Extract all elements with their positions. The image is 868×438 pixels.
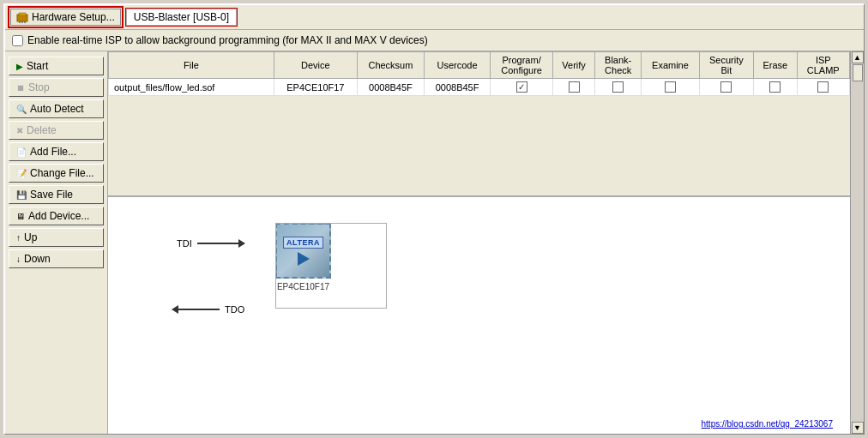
hardware-setup-button[interactable]: Hardware Setup... [10,9,121,26]
delete-icon: ✖ [16,126,23,135]
content-area: ▶ Start ⏹ Stop 🔍 Auto Detect ✖ Delete 📄 … [5,51,864,434]
col-erase: Erase [754,52,797,79]
col-program: Program/Configure [490,52,552,79]
tdi-arrow [197,243,240,244]
cell-examine[interactable] [642,79,699,96]
program-table: File Device Checksum Usercode Program/Co… [108,51,850,96]
change-file-icon: 📝 [16,169,27,178]
scroll-thumb[interactable] [853,64,863,81]
save-file-icon: 💾 [16,190,27,200]
col-usercode: Usercode [425,52,491,79]
cell-erase[interactable] [754,79,797,96]
isp-clamp-checkbox[interactable] [817,81,829,93]
isp-checkbox[interactable] [12,35,23,46]
cell-program[interactable]: ✓ [490,79,552,96]
svg-rect-1 [19,13,26,15]
stop-icon: ⏹ [16,83,25,93]
col-checksum: Checksum [357,52,424,79]
add-device-button[interactable]: 🖥 Add Device... [9,207,104,225]
cell-security-bit[interactable] [699,79,754,96]
down-icon: ↓ [16,255,21,264]
col-device: Device [274,52,357,79]
table-section: File Device Checksum Usercode Program/Co… [108,51,850,197]
scroll-down-button[interactable]: ▼ [852,422,864,434]
start-icon: ▶ [16,62,23,71]
main-window: Hardware Setup... USB-Blaster [USB-0] En… [3,3,865,435]
add-file-label: Add File... [30,146,76,158]
hardware-setup-label: Hardware Setup... [32,11,115,23]
cell-blank-check[interactable] [595,79,642,96]
diagram-section: TDI ALTERA EP4CE10F17 [108,197,850,434]
save-file-button[interactable]: 💾 Save File [9,185,104,204]
isp-checkbox-row: Enable real-time ISP to allow background… [5,30,864,51]
delete-button[interactable]: ✖ Delete [9,121,104,140]
delete-label: Delete [27,124,57,136]
auto-detect-icon: 🔍 [16,105,27,114]
col-security-bit: SecurityBit [699,52,754,79]
verify-checkbox[interactable] [569,81,580,93]
cell-checksum: 0008B45F [357,79,424,96]
add-device-label: Add Device... [28,210,89,222]
right-scrollbar: ▲ ▼ [850,51,864,434]
add-file-button[interactable]: 📄 Add File... [9,142,104,161]
tdi-row: TDI [177,238,240,249]
add-file-icon: 📄 [16,147,27,157]
tdo-arrow [177,309,220,310]
col-file: File [109,52,274,79]
auto-detect-button[interactable]: 🔍 Auto Detect [9,99,104,118]
cell-device: EP4CE10F17 [274,79,357,96]
security-bit-checkbox[interactable] [720,81,732,93]
tdo-label: TDO [225,304,244,315]
auto-detect-label: Auto Detect [30,103,84,115]
hardware-icon [16,11,28,23]
col-examine: Examine [642,52,699,79]
isp-label: Enable real-time ISP to allow background… [27,34,428,46]
tdo-row: TDO [177,304,244,315]
chain-box [275,223,387,309]
save-file-label: Save File [30,189,73,201]
add-device-icon: 🖥 [16,212,25,221]
cell-isp-clamp[interactable] [797,79,849,96]
up-icon: ↑ [16,233,21,243]
down-button[interactable]: ↓ Down [9,249,104,268]
erase-checkbox[interactable] [769,81,781,93]
stop-label: Stop [28,81,50,93]
start-label: Start [27,60,48,72]
usb-blaster-label: USB-Blaster [USB-0] [126,9,237,26]
main-panel: File Device Checksum Usercode Program/Co… [108,51,850,434]
sidebar: ▶ Start ⏹ Stop 🔍 Auto Detect ✖ Delete 📄 … [5,51,108,434]
start-button[interactable]: ▶ Start [9,57,104,75]
program-checkbox[interactable]: ✓ [516,81,527,93]
col-isp-clamp: ISPCLAMP [797,52,849,79]
stop-button[interactable]: ⏹ Stop [9,78,104,97]
down-label: Down [24,253,51,265]
col-blank-check: Blank-Check [595,52,642,79]
cell-verify[interactable] [553,79,595,96]
watermark: https://blog.csdn.net/qq_24213067 [702,419,833,429]
up-button[interactable]: ↑ Up [9,228,104,247]
scroll-up-button[interactable]: ▲ [852,51,864,63]
change-file-button[interactable]: 📝 Change File... [9,164,104,183]
tdi-label: TDI [177,238,192,249]
table-row: output_files/flow_led.sof EP4CE10F17 000… [109,79,850,96]
blank-check-checkbox[interactable] [612,81,624,93]
scroll-track [852,63,864,422]
cell-usercode: 0008B45F [425,79,491,96]
up-label: Up [24,231,37,243]
cell-file: output_files/flow_led.sof [109,79,274,96]
examine-checkbox[interactable] [665,81,676,93]
col-verify: Verify [553,52,595,79]
change-file-label: Change File... [30,167,94,179]
header-bar: Hardware Setup... USB-Blaster [USB-0] [5,5,864,30]
